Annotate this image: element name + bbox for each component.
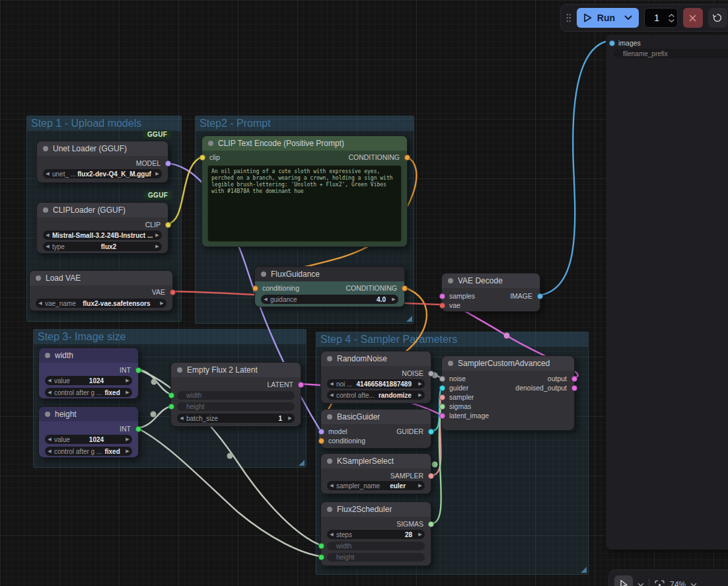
group-resize-handle[interactable] [406,316,412,322]
collapse-dot-icon[interactable] [43,207,48,213]
node-header[interactable]: KSamplerSelect [321,454,431,468]
group-resize-handle[interactable] [299,460,305,466]
zoom-level[interactable]: 74% [670,580,686,586]
decrement-icon[interactable]: ◀ [327,532,336,537]
chevron-down-icon[interactable] [624,15,632,20]
node-width[interactable]: width INT ◀value1024▶ ◀control after g .… [38,348,139,399]
node-header[interactable]: width [39,348,138,363]
collapse-dot-icon[interactable] [45,412,50,417]
increment-icon[interactable]: ▶ [285,416,295,421]
widget-clip-type[interactable]: ◀typeflux2▶ [43,242,162,251]
sampler-output-dot[interactable] [428,473,434,479]
group-step1-titlebar[interactable]: Step 1 - Upload models [27,116,181,131]
decrement-icon[interactable]: ◀ [43,244,52,249]
node-header[interactable]: CLIP Text Encode (Positive Prompt) [202,136,407,151]
image-output-dot[interactable] [537,293,543,299]
clear-queue-button[interactable] [683,8,702,28]
vae-input-dot[interactable] [439,303,445,309]
node-random-noise[interactable]: RandomNoise NOISE ◀noi ...41466584188748… [320,351,431,404]
node-header[interactable]: Flux2Scheduler [321,502,431,517]
widget-steps[interactable]: ◀steps28▶ [327,530,425,539]
node-graph-canvas[interactable]: Step 1 - Upload models Step2 - Prompt St… [0,0,728,586]
conditioning-output-dot[interactable] [404,155,410,161]
height-input-slot[interactable]: height [327,553,425,562]
decrement-icon[interactable]: ◀ [327,381,336,386]
conditioning-output-dot[interactable] [402,285,408,291]
increment-icon[interactable]: ▶ [416,381,425,386]
sigmas-output-dot[interactable] [428,521,434,527]
height-input-dot[interactable] [168,404,174,410]
collapse-dot-icon[interactable] [45,353,50,358]
node-header[interactable]: SamplerCustomAdvanced [442,356,574,371]
node-sampler-custom-advanced[interactable]: SamplerCustomAdvanced noise output guide… [441,355,575,431]
node-vae-decode[interactable]: VAE Decode samples IMAGE vae [441,273,540,312]
conditioning-input-dot[interactable] [252,285,258,291]
node-header[interactable]: Unet Loader (GGUF) [37,141,168,156]
guider-input-dot[interactable] [439,385,445,391]
node-height[interactable]: height INT ◀value1024▶ ◀control after g … [38,406,139,458]
noise-input-dot[interactable] [439,376,445,382]
widget-batch-size[interactable]: ◀batch_size1▶ [177,414,295,423]
node-header[interactable]: height [39,407,138,421]
group-resize-handle[interactable] [581,567,587,573]
width-input-dot[interactable] [318,543,324,549]
collapse-dot-icon[interactable] [327,458,332,464]
sampler-input-dot[interactable] [439,394,445,400]
increment-icon[interactable]: ▶ [416,532,425,537]
clip-output-dot[interactable] [165,222,171,228]
node-header[interactable]: BasicGuider [321,410,431,424]
history-button[interactable] [708,8,727,28]
node-ksampler-select[interactable]: KSamplerSelect SAMPLER ◀sampler_nameeule… [320,453,431,494]
group-step3-titlebar[interactable]: Step 3- Image size [34,330,306,344]
sigmas-input-dot[interactable] [439,404,445,410]
int-output-dot[interactable] [135,367,141,373]
widget-filename-prefix[interactable]: filename_prefix [614,49,728,58]
widget-width-value[interactable]: ◀value1024▶ [45,376,132,385]
collapse-dot-icon[interactable] [448,278,453,283]
widget-clip-name[interactable]: ◀Mistral-Small-3.2-24B-Instruct ...▶ [43,231,162,240]
width-input-dot[interactable] [168,392,174,398]
node-empty-flux2-latent[interactable]: Empty Flux 2 Latent LATENT width height … [170,362,301,427]
int-output-dot[interactable] [135,426,141,432]
increment-icon[interactable]: ▶ [123,378,132,383]
node-header[interactable]: Empty Flux 2 Latent [171,363,301,377]
prompt-textarea[interactable]: An oil painting of a cute sloth with exp… [207,165,402,242]
collapse-dot-icon[interactable] [208,141,213,146]
node-header[interactable]: RandomNoise [321,351,431,366]
collapse-dot-icon[interactable] [327,507,332,512]
queue-count-input[interactable]: 1 [644,8,678,28]
decrement-icon[interactable]: ◀ [45,378,54,383]
node-header[interactable]: VAE Decode [442,274,540,288]
widget-noise-seed[interactable]: ◀noi ...414665841887489▶ [327,379,425,388]
denoised-output-dot[interactable] [571,385,577,391]
widget-guidance[interactable]: ◀guidance4.0▶ [261,295,398,304]
decrement-icon[interactable] [669,19,674,22]
widget-noise-control[interactable]: ◀control afte...randomize▶ [327,390,425,400]
model-input-dot[interactable] [318,429,324,435]
increment-icon[interactable]: ▶ [123,437,132,442]
widget-sampler-name[interactable]: ◀sampler_nameeuler▶ [327,481,425,490]
decrement-icon[interactable]: ◀ [261,297,270,302]
widget-unet-name[interactable]: ◀unet_ ...flux2-dev-Q4_K_M.gguf▶ [43,169,162,178]
collapse-dot-icon[interactable] [261,272,266,277]
collapse-dot-icon[interactable] [43,146,48,151]
chevron-down-icon[interactable] [637,583,644,586]
group-step4-titlebar[interactable]: Step 4 - Sampler Parameters [316,332,588,347]
collapse-dot-icon[interactable] [448,361,453,366]
run-button[interactable]: Run [577,8,639,28]
widget-vae-name[interactable]: ◀vae_nameflux2-vae.safetensors▶ [36,299,166,308]
chevron-down-icon[interactable] [690,583,697,586]
node-flux-guidance[interactable]: FluxGuidance conditioning CONDITIONING ◀… [254,266,405,307]
increment-icon[interactable]: ▶ [123,449,132,454]
node-flux2-scheduler[interactable]: Flux2Scheduler SIGMAS ◀steps28▶ width he… [320,501,431,566]
decrement-icon[interactable]: ◀ [43,171,52,176]
decrement-icon[interactable]: ◀ [43,233,52,238]
increment-icon[interactable]: ▶ [153,171,162,176]
node-load-vae[interactable]: Load VAE VAE ◀vae_nameflux2-vae.safetens… [29,270,173,311]
increment-icon[interactable]: ▶ [416,392,425,398]
collapse-dot-icon[interactable] [327,356,332,361]
widget-height-value[interactable]: ◀value1024▶ [45,435,132,444]
decrement-icon[interactable]: ◀ [45,437,54,442]
increment-icon[interactable]: ▶ [416,483,425,488]
increment-icon[interactable]: ▶ [153,244,162,249]
